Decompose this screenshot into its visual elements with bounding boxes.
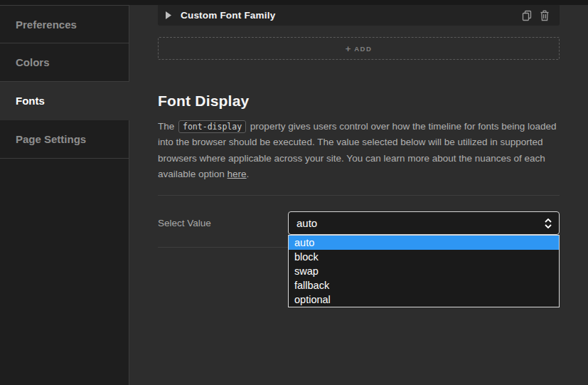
plus-icon: +: [346, 44, 351, 53]
add-font-button[interactable]: + ADD: [158, 37, 560, 60]
font-display-select[interactable]: auto: [288, 211, 560, 235]
custom-font-family-header[interactable]: Custom Font Family: [158, 5, 560, 26]
dropdown-option-auto[interactable]: auto: [289, 236, 559, 250]
font-display-code-chip: font-display: [178, 120, 246, 133]
trash-icon[interactable]: [540, 10, 550, 21]
font-display-dropdown-list: auto block swap fallback optional: [288, 235, 560, 307]
unfold-more-icon: [545, 218, 552, 228]
fonts-settings-content: Custom Font Family: [129, 5, 588, 385]
expand-arrow-icon: [166, 11, 171, 19]
font-display-title: Font Display: [158, 93, 249, 110]
sidebar-item-fonts[interactable]: Fonts: [0, 82, 129, 120]
section-divider: [158, 195, 560, 196]
sidebar-item-label: Page Settings: [16, 133, 86, 145]
dropdown-option-fallback[interactable]: fallback: [289, 278, 559, 292]
settings-sidebar: Preferences Colors Fonts Page Settings: [0, 5, 129, 385]
select-value-row: Select Value auto: [158, 211, 560, 235]
sidebar-item-colors[interactable]: Colors: [0, 43, 129, 82]
description-text: .: [247, 169, 250, 179]
description-text: The: [158, 121, 177, 132]
fonts-settings-page: Preferences Colors Fonts Page Settings C…: [0, 0, 588, 385]
dropdown-option-optional[interactable]: optional: [289, 292, 559, 307]
select-current-value: auto: [296, 217, 317, 229]
duplicate-icon[interactable]: [522, 10, 532, 21]
here-link[interactable]: here: [228, 169, 247, 179]
sidebar-item-label: Fonts: [16, 95, 45, 107]
sidebar-item-page-settings[interactable]: Page Settings: [0, 120, 129, 159]
dropdown-option-block[interactable]: block: [289, 250, 559, 264]
top-edge-strip: [0, 0, 588, 5]
dropdown-option-swap[interactable]: swap: [289, 264, 559, 278]
add-button-label: ADD: [354, 45, 372, 53]
font-display-description: The font-display property gives users co…: [158, 119, 565, 182]
select-value-label: Select Value: [158, 218, 211, 228]
sidebar-item-label: Preferences: [16, 19, 77, 31]
sidebar-item-preferences[interactable]: Preferences: [0, 5, 129, 43]
sidebar-item-label: Colors: [16, 56, 50, 68]
custom-font-family-title: Custom Font Family: [181, 10, 275, 21]
header-action-icons: [522, 10, 550, 21]
